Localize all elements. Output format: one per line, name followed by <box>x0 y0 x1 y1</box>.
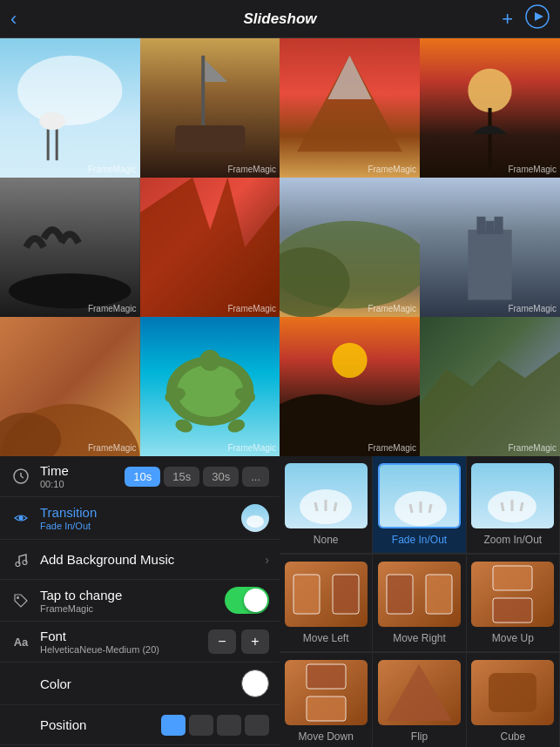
transition-zoom[interactable]: Zoom In/Out <box>467 456 560 554</box>
svg-line-55 <box>334 502 336 511</box>
transition-thumb-move-up <box>471 562 554 627</box>
watermark-8: FrameMagic <box>508 304 557 313</box>
svg-rect-68 <box>333 575 359 614</box>
svg-point-28 <box>19 516 24 521</box>
font-icon: Aa <box>10 636 31 649</box>
photo-cell-4[interactable]: FrameMagic <box>420 38 560 178</box>
transition-none-label: None <box>314 534 339 546</box>
header-right: + <box>502 4 550 33</box>
svg-line-63 <box>502 502 503 511</box>
transition-none[interactable]: None <box>280 456 373 554</box>
svg-point-6 <box>39 112 65 130</box>
svg-rect-10 <box>175 125 245 151</box>
transition-extra-3[interactable]: Cube <box>467 653 560 747</box>
watermark-4: FrameMagic <box>508 165 557 174</box>
transition-extra-1-label: Move Down <box>298 730 353 743</box>
time-btn-more[interactable]: ... <box>242 467 269 487</box>
svg-point-19 <box>177 365 243 417</box>
transition-thumb-fade <box>378 463 461 528</box>
music-setting-row[interactable]: Add Background Music › <box>0 540 280 580</box>
color-setting-row: Color <box>0 663 280 705</box>
transition-extra-2[interactable]: Flip <box>373 653 466 747</box>
transition-move-left-label: Move Left <box>303 632 349 644</box>
tag-icon <box>10 593 31 609</box>
transitions-panel: None <box>280 456 560 747</box>
transition-move-right-label: Move Right <box>393 632 446 644</box>
watermark-11: FrameMagic <box>368 443 416 453</box>
svg-rect-74 <box>493 598 532 622</box>
transition-fade[interactable]: Fade In/Out <box>373 456 466 554</box>
transition-row-1: None <box>280 456 560 555</box>
transition-row-2: Move Left <box>280 555 560 653</box>
svg-rect-46 <box>495 217 503 234</box>
photo-cell-11[interactable]: FrameMagic <box>280 317 420 456</box>
add-button[interactable]: + <box>502 8 513 30</box>
transition-move-up[interactable]: Move Up <box>467 555 560 652</box>
transition-extra-2-label: Flip <box>411 730 428 743</box>
svg-rect-67 <box>293 575 320 614</box>
transition-setting-row[interactable]: Transition Fade In/Out <box>0 497 280 540</box>
time-btn-10s[interactable]: 10s <box>125 467 160 487</box>
watermark-3: FrameMagic <box>368 165 416 174</box>
time-buttons: 10s 15s 30s ... <box>125 467 269 487</box>
svg-rect-7 <box>140 38 280 178</box>
watermark-10: FrameMagic <box>227 443 276 453</box>
svg-rect-70 <box>426 575 452 614</box>
svg-rect-71 <box>387 575 413 614</box>
transition-fade-label: Fade In/Out <box>392 534 447 546</box>
svg-rect-47 <box>485 221 494 234</box>
transition-move-right[interactable]: Move Right <box>373 555 466 652</box>
svg-line-60 <box>429 504 431 513</box>
tap-to-change-toggle[interactable] <box>225 587 269 614</box>
font-decrease-button[interactable]: − <box>208 629 236 654</box>
settings-panel: Time 00:10 10s 15s 30s ... Transition Fa… <box>0 456 280 747</box>
transition-value: Fade In/Out <box>40 521 241 531</box>
play-button[interactable] <box>525 4 550 33</box>
transition-row-3: Move Down <box>280 653 560 747</box>
music-label: Add Background Music <box>40 552 265 567</box>
svg-rect-77 <box>307 664 346 689</box>
photo-cell-3[interactable]: FrameMagic <box>280 38 420 178</box>
transition-extra-1[interactable]: Move Down <box>280 653 373 747</box>
font-label: Font <box>40 629 208 643</box>
transition-icon <box>10 510 31 526</box>
photo-cell-1[interactable]: FrameMagic <box>0 38 140 178</box>
font-increase-button[interactable]: + <box>241 629 269 654</box>
back-button[interactable]: ‹ <box>10 8 17 30</box>
photo-cell-10[interactable]: FrameMagic <box>140 317 280 456</box>
svg-rect-8 <box>201 56 205 125</box>
photo-cell-12[interactable]: FrameMagic <box>420 317 560 456</box>
photo-cell-7[interactable]: FrameMagic <box>280 178 420 317</box>
transition-thumb-extra-3 <box>471 660 554 725</box>
photo-cell-6[interactable]: FrameMagic <box>140 178 280 317</box>
position-btn-1[interactable] <box>161 715 186 736</box>
color-label: Color <box>40 676 241 691</box>
transition-thumb-extra-1 <box>285 660 368 725</box>
time-btn-15s[interactable]: 15s <box>164 467 199 487</box>
watermark-2: FrameMagic <box>227 165 276 174</box>
color-picker[interactable] <box>241 670 269 697</box>
font-setting-row: Aa Font HelveticaNeue-Medium (20) − + <box>0 622 280 663</box>
position-btn-4[interactable] <box>245 715 269 736</box>
transition-move-left[interactable]: Move Left <box>280 555 373 652</box>
time-label: Time <box>40 463 125 478</box>
position-btn-3[interactable] <box>217 715 241 736</box>
header-left: ‹ <box>10 8 17 30</box>
tap-to-change-value: FrameMagic <box>40 603 225 614</box>
svg-point-20 <box>199 350 220 371</box>
font-value: HelveticaNeue-Medium (20) <box>40 644 208 655</box>
svg-line-27 <box>21 476 24 478</box>
header: ‹ Slideshow + <box>0 0 560 38</box>
svg-point-38 <box>468 69 511 112</box>
photo-cell-8[interactable]: FrameMagic <box>420 178 560 317</box>
photo-cell-9[interactable]: FrameMagic <box>0 317 140 456</box>
position-btn-2[interactable] <box>189 715 213 736</box>
photo-grid-left: FrameMagic FrameMagic <box>0 38 280 456</box>
watermark-12: FrameMagic <box>508 443 557 453</box>
svg-rect-81 <box>489 673 536 712</box>
photo-cell-5[interactable]: FrameMagic <box>0 178 140 317</box>
time-btn-30s[interactable]: 30s <box>203 467 239 487</box>
photo-cell-2[interactable]: FrameMagic <box>140 38 280 178</box>
transition-thumb-icon <box>241 504 269 532</box>
tap-to-change-label: Tap to change <box>40 588 225 602</box>
